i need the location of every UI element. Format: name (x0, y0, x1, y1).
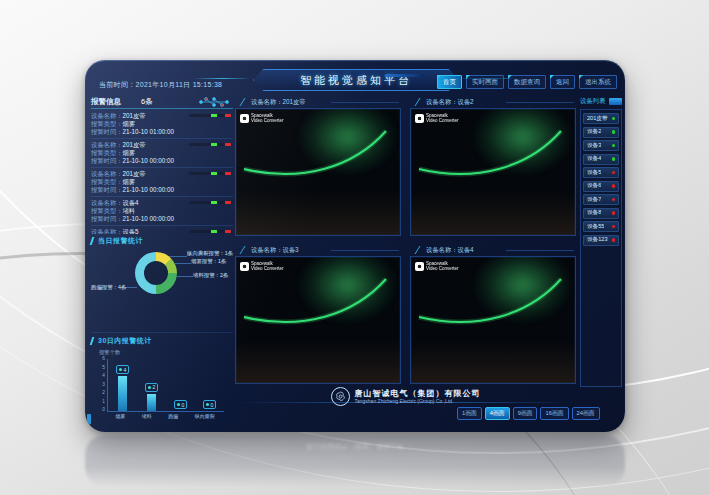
video-panel-1-title: 设备名称：201皮带 (235, 96, 401, 108)
alarm-severity-indicator (189, 143, 231, 146)
watermark: SpacewalkVideo Converter (415, 113, 458, 123)
screen-layout-switcher: 1画面 4画面 9画面 16画面 24画面 (457, 407, 600, 420)
alarm-type-value: 烟雾 (122, 178, 135, 185)
donut-leader-line (175, 263, 191, 264)
watermark: SpacewalkVideo Converter (240, 261, 283, 271)
spacewalk-logo-icon (240, 114, 249, 123)
view-9-button[interactable]: 9画面 (513, 407, 538, 420)
nav-exit-button[interactable]: 退出系统 (579, 75, 617, 89)
video-panel-4: 设备名称：设备4 SpacewalkVideo Converter (410, 244, 576, 384)
alarm-time-label: 报警时间： (91, 128, 122, 135)
status-dot (612, 198, 616, 202)
view-16-button[interactable]: 16画面 (540, 407, 568, 420)
device-list-toggle-button[interactable] (609, 98, 622, 105)
alarm-severity-indicator (189, 114, 231, 117)
status-dot (612, 184, 616, 188)
watermark: SpacewalkVideo Converter (415, 261, 458, 271)
alarm-panel-title: 报警信息 (91, 97, 121, 107)
bar-rect (118, 376, 127, 411)
nav-back-button[interactable]: 返回 (550, 75, 575, 89)
video-grid: 设备名称：201皮带 SpacewalkVideo Converter 设备名称… (235, 96, 576, 386)
monthly-stats-title: 30日内报警统计 (91, 336, 233, 346)
alarm-device-label: 设备名称： (91, 170, 122, 177)
alarm-time-value: 21-10-10 00:00:00 (122, 215, 173, 222)
video-feed-3[interactable]: SpacewalkVideo Converter (235, 256, 401, 384)
alarm-list-item[interactable]: 设备名称：201皮带 报警类型：烟雾 报警时间：21-10-10 00:00:0… (91, 168, 233, 197)
nav-home-button[interactable]: 首页 (437, 75, 462, 89)
spacewalk-logo-icon (240, 262, 249, 271)
device-list-title: 设备列表 (580, 97, 605, 106)
topology-icon (197, 96, 231, 108)
video-panel-3: 设备名称：设备3 SpacewalkVideo Converter (235, 244, 401, 384)
alarm-time-value: 21-10-10 01:00:00 (122, 128, 173, 135)
alarm-list-item[interactable]: 设备名称：设备4 报警类型：堵料 报警时间：21-10-10 00:00:00 (91, 197, 233, 226)
alarm-type-value: 烟雾 (122, 149, 135, 156)
alarm-device-label: 设备名称： (91, 141, 122, 148)
page-title: 智能视觉感知平台 (253, 69, 459, 91)
device-row[interactable]: 201皮带 (583, 113, 619, 124)
alarm-device-label: 设备名称： (91, 199, 122, 206)
alarm-list-item[interactable]: 设备名称：设备5 报警类型：堵料 报警时间：21-10-10 00:00:00 (91, 226, 233, 234)
device-row[interactable]: 设备55 (583, 221, 619, 232)
device-row[interactable]: 设备6 (583, 181, 619, 192)
device-row[interactable]: 设备7 (583, 194, 619, 205)
donut-label-tear: 纵向撕裂报警：1条 (187, 250, 233, 257)
device-list: 201皮带 设备2 设备3 设备4 设备5 设备6 设备7 设备8 设备55 设… (580, 109, 622, 387)
video-feed-4[interactable]: SpacewalkVideo Converter (410, 256, 576, 384)
donut-leader-line (177, 276, 193, 277)
status-dot (612, 157, 616, 161)
status-dot (612, 225, 616, 229)
device-row[interactable]: 设备5 (583, 167, 619, 178)
alarm-device-label: 设备名称： (91, 228, 122, 234)
status-dot (612, 211, 616, 215)
company-name-en: Tangshan Zhicheng Electric (Group) Co.,L… (355, 398, 481, 405)
status-dot (612, 144, 616, 148)
donut-chart (135, 252, 177, 294)
spacewalk-logo-icon (415, 262, 424, 271)
alarm-device-value: 201皮带 (122, 112, 145, 119)
device-row[interactable]: 设备3 (583, 140, 619, 151)
alarm-severity-indicator (189, 201, 231, 204)
donut-leader-line (169, 256, 187, 257)
view-24-button[interactable]: 24画面 (572, 407, 600, 420)
dashboard-screen: 当前时间：2021年10月11日 15:15:38 智能视觉感知平台 首页 实时… (85, 60, 625, 432)
bar-value-badge: 0 (203, 400, 217, 409)
donut-label-deviation: 跑偏报警：4条 (91, 284, 126, 291)
status-dot (612, 171, 616, 175)
bar-deviation: 0 (174, 359, 188, 411)
alarm-time-label: 报警时间： (91, 215, 122, 222)
bar-chart-ylabel: 报警个数 (99, 349, 120, 356)
nav-data-query-button[interactable]: 数据查询 (508, 75, 546, 89)
video-feed-1[interactable]: SpacewalkVideo Converter (235, 108, 401, 236)
title-decoration (193, 78, 251, 79)
alarm-list-item[interactable]: 设备名称：201皮带 报警类型：烟雾 报警时间：21-10-10 00:00:0… (91, 139, 233, 168)
device-row[interactable]: 设备2 (583, 127, 619, 138)
alarm-type-label: 报警类型： (91, 178, 122, 185)
alarm-severity-indicator (189, 172, 231, 175)
alarm-panel: 报警信息 6条 设备名称：201皮带 报警类型：烟雾 报警时间：21-10-10… (91, 96, 233, 426)
bar-smoke: 4 (116, 359, 130, 411)
view-1-button[interactable]: 1画面 (457, 407, 482, 420)
alarm-device-value: 设备4 (122, 199, 138, 206)
view-4-button[interactable]: 4画面 (485, 407, 510, 420)
alarm-severity-indicator (189, 230, 231, 233)
bar-value-badge: 2 (145, 383, 159, 392)
device-row[interactable]: 设备4 (583, 154, 619, 165)
today-stats-title: 当日报警统计 (91, 236, 233, 246)
alarm-type-label: 报警类型： (91, 207, 122, 214)
status-dot (612, 238, 616, 242)
alarm-list-item[interactable]: 设备名称：201皮带 报警类型：烟雾 报警时间：21-10-10 01:00:0… (91, 110, 233, 139)
company-footer: 唐山智诚电气（集团）有限公司 Tangshan Zhicheng Electri… (235, 387, 576, 406)
video-feed-2[interactable]: SpacewalkVideo Converter (410, 108, 576, 236)
bar-chart-yticks: 65 43 21 0 (97, 356, 105, 412)
device-row[interactable]: 设备8 (583, 208, 619, 219)
video-panel-1: 设备名称：201皮带 SpacewalkVideo Converter (235, 96, 401, 236)
bar-value-badge: 0 (174, 400, 188, 409)
device-row[interactable]: 设备123 (583, 235, 619, 246)
monthly-alarm-stats-section: 30日内报警统计 报警个数 65 43 21 0 4 2 (91, 332, 233, 427)
screen-reflection: 唐山智诚电气（集团）有限公司 (85, 435, 625, 487)
nav-live-view-button[interactable]: 实时画面 (466, 75, 504, 89)
status-dot (612, 117, 616, 121)
bar-chart-plot: 4 2 0 0 (107, 359, 224, 412)
video-panel-4-title: 设备名称：设备4 (410, 244, 576, 256)
